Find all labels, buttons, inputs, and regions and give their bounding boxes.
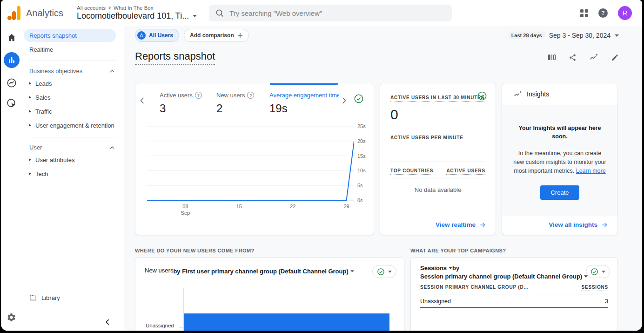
comparison-icon[interactable] [548,53,556,61]
insights-icon [513,90,522,98]
avatar[interactable]: R [618,6,632,20]
selected-metric-indicator [270,83,338,85]
search-input[interactable] [228,9,445,18]
metric-tab-new-users[interactable]: New users? 2 [216,92,254,115]
bar-unassigned [184,313,389,331]
bar-category-label: Unassigned [146,323,174,328]
divider [29,309,116,309]
all-users-chip[interactable]: A All Users [135,29,179,42]
create-insight-button[interactable]: Create [540,185,579,200]
property-selector[interactable]: Locomotiefboulevard 101, Ti... [77,11,189,21]
add-comparison-button[interactable]: Add comparison [184,29,249,42]
home-icon[interactable] [7,33,17,43]
analytics-app: Analytics All accounts What In The Box L… [1,0,642,331]
metric-tab-active-users[interactable]: Active users? 3 [160,92,202,115]
expand-arrow-icon [29,172,31,175]
table-row[interactable]: Unassigned3 [420,294,608,308]
nav-section-business-objectives[interactable]: Business objectives [23,66,124,76]
y-tick-label: 10s [357,168,366,173]
top-countries-header[interactable]: TOP COUNTRIES [390,168,433,175]
nav-leads[interactable]: Leads [23,76,124,90]
y-tick-label: 25s [357,123,366,129]
campaigns-metric-picker[interactable]: Sessions by [420,264,608,272]
analytics-logo[interactable]: Analytics [7,5,63,21]
insights-icon[interactable] [589,53,598,61]
insights-card: Insights Your Insights will appear here … [502,83,618,235]
campaigns-table-body: Unassigned3 [420,294,608,308]
expand-arrow-icon [29,96,31,99]
date-range-picker[interactable]: Last 28 days Sep 3 - Sep 30, 2024 [509,32,619,39]
new-users-card-title[interactable]: New users by First user primary channel … [145,267,354,275]
nav-library[interactable]: Library [23,291,124,305]
caret-down-icon [615,34,619,37]
nav-sales[interactable]: Sales [23,90,124,104]
expand-arrow-icon [29,82,31,85]
x-tick-label: 29 [337,204,356,210]
question-circle-icon[interactable]: ? [195,92,202,99]
caret-down-icon[interactable] [350,270,354,272]
campaigns-dimension-picker[interactable]: Session primary channel group (Default C… [420,272,608,281]
apps-grid-icon[interactable] [580,9,588,17]
metric-value: 2 [216,102,254,115]
breadcrumb-account[interactable]: All accounts [77,5,106,11]
view-realtime-link[interactable]: View realtime [436,221,486,228]
title-row: Reports snapshot [135,50,619,65]
caret-down-icon[interactable] [193,15,197,17]
date-range-label: Sep 3 - Sep 30, 2024 [549,32,610,39]
check-circle-icon [377,268,385,276]
metrics-pager-left-icon[interactable] [140,97,144,104]
question-circle-icon[interactable]: ? [247,92,254,99]
nav-user-engagement[interactable]: User engagement & retention [23,118,124,132]
nav-traffic[interactable]: Traffic [23,104,124,118]
collapse-nav-icon[interactable] [105,319,111,325]
realtime-title[interactable]: ACTIVE USERS IN LAST 30 MINUTES [390,95,484,102]
active-users-header[interactable]: ACTIVE USERS [446,168,485,175]
nav-section-user[interactable]: User [23,142,124,153]
arrow-right-icon [601,222,608,228]
section-question-new-users: WHERE DO YOUR NEW USERS COME FROM? [135,248,255,253]
no-data-message: No data available [390,186,485,193]
expand-arrow-icon [29,158,31,161]
product-name: Analytics [26,8,63,19]
check-circle-icon[interactable] [354,94,364,104]
nav-user-attributes[interactable]: User attributes [23,153,124,167]
metric-tab-avg-engagement-time[interactable]: Average engagement time per active user … [269,92,339,115]
nav-reports-snapshot[interactable]: Reports snapshot [24,29,116,42]
search-bar[interactable] [209,5,452,21]
y-tick-label: 5s [357,183,363,188]
arrow-right-icon [479,222,486,228]
search-icon [215,9,224,17]
chevron-up-icon [110,70,114,73]
breadcrumb-property[interactable]: What In The Box [114,5,153,11]
new-users-bar-chart [183,288,389,331]
reports-icon[interactable] [4,52,20,68]
row-sessions-value: 3 [605,298,608,305]
chevron-up-icon [110,146,114,149]
view-all-insights-link[interactable]: View all insights [549,221,608,228]
share-icon[interactable] [569,54,577,61]
x-tick-label: 08Sep [176,204,195,217]
advertising-icon[interactable] [6,98,17,109]
edit-icon[interactable] [611,54,619,61]
expand-arrow-icon [29,124,31,127]
chart-status-pill[interactable] [372,265,396,278]
nav-tech[interactable]: Tech [23,167,124,181]
explore-icon[interactable] [6,77,17,88]
campaigns-col1-header[interactable]: SESSION PRIMARY CHANNEL GROUP (D... [420,285,529,291]
section-question-campaigns: WHAT ARE YOUR TOP CAMPAIGNS? [410,248,506,253]
check-circle-icon[interactable] [477,91,487,101]
x-tick-label: 15 [230,204,248,210]
expand-arrow-icon [29,110,31,113]
metrics-pager-right-icon[interactable] [342,97,346,104]
gear-icon[interactable] [7,313,16,322]
date-preset-badge: Last 28 days [509,32,545,39]
y-tick-label: 20s [357,138,366,144]
x-tick-label: 22 [283,204,302,210]
chevron-right-icon [108,6,111,10]
nav-realtime[interactable]: Realtime [23,43,124,56]
learn-more-link[interactable]: Learn more [576,168,606,174]
campaigns-col2-header[interactable]: SESSIONS [581,285,608,291]
page-title[interactable]: Reports snapshot [135,50,215,65]
help-icon[interactable]: ? [598,8,608,18]
metric-dimension-picker[interactable]: New users [145,267,173,275]
